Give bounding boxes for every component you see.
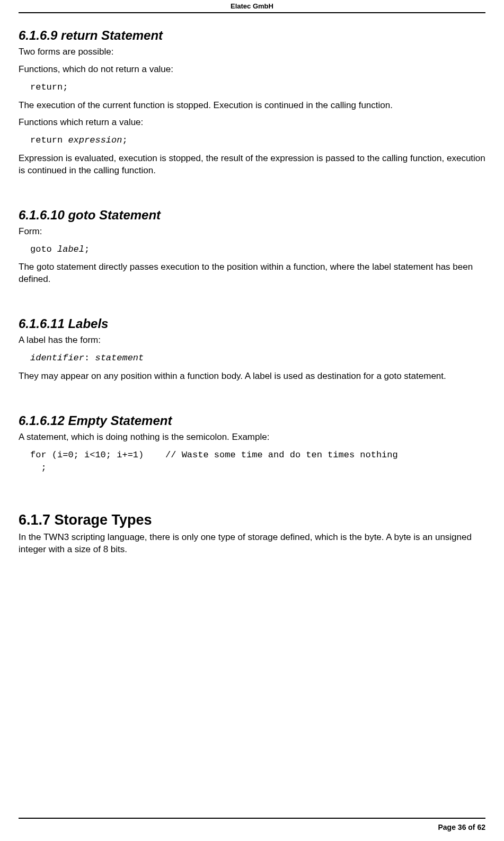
body-text: The goto statement directly passes execu… (19, 261, 485, 286)
code-tail: ; (122, 135, 127, 145)
heading-storage-types: 6.1.7 Storage Types (19, 512, 485, 528)
body-text: A statement, which is doing nothing is t… (19, 431, 485, 444)
body-text: Form: (19, 226, 485, 238)
code-block: return; (30, 81, 485, 94)
heading-empty-statement: 6.1.6.12 Empty Statement (19, 413, 485, 428)
code-block: for (i=0; i<10; i+=1) // Waste some time… (30, 449, 485, 475)
page-footer-number: Page 36 of 62 (438, 823, 486, 831)
code-keyword: return (30, 82, 63, 92)
code-keyword: goto (30, 244, 57, 254)
code-statement: statement (95, 353, 144, 363)
page-header-title: Elatec GmbH (19, 0, 485, 12)
body-text: They may appear on any position within a… (19, 370, 485, 383)
heading-labels: 6.1.6.11 Labels (19, 316, 485, 331)
code-block: return expression; (30, 134, 485, 147)
heading-return-statement: 6.1.6.9 return Statement (19, 28, 485, 43)
code-tail: ; (63, 82, 68, 92)
code-block: identifier: statement (30, 352, 485, 365)
code-identifier: identifier (30, 353, 84, 363)
body-text: Functions which return a value: (19, 117, 485, 129)
divider-bottom (19, 818, 485, 819)
page: Elatec GmbH 6.1.6.9 return Statement Two… (0, 0, 504, 841)
body-text: A label has the form: (19, 334, 485, 347)
body-text: Functions, which do not return a value: (19, 64, 485, 76)
code-expression: expression (68, 135, 122, 145)
code-tail: ; (84, 244, 90, 254)
code-keyword: return (30, 135, 68, 145)
code-colon: : (84, 353, 95, 363)
body-text: The execution of the current function is… (19, 100, 485, 112)
heading-goto-statement: 6.1.6.10 goto Statement (19, 208, 485, 223)
body-text: Two forms are possible: (19, 46, 485, 58)
code-label: label (57, 244, 84, 254)
divider-top (19, 12, 485, 13)
body-text: In the TWN3 scripting language, there is… (19, 532, 485, 556)
body-text: Expression is evaluated, execution is st… (19, 153, 485, 177)
code-block: goto label; (30, 243, 485, 256)
